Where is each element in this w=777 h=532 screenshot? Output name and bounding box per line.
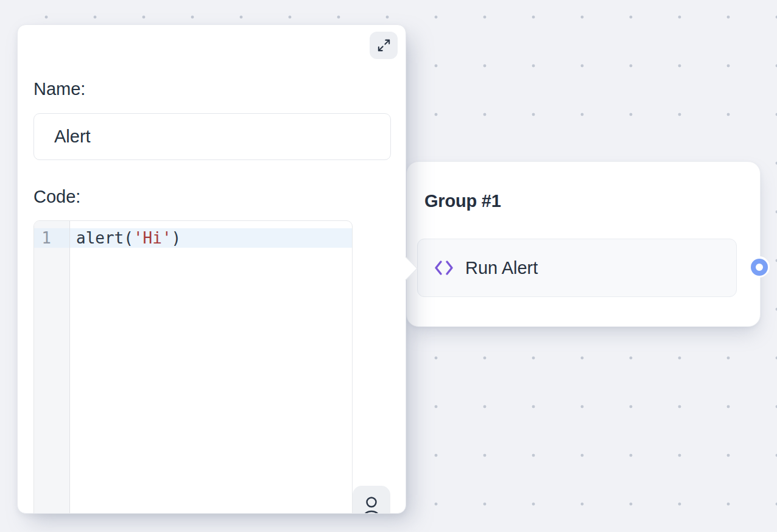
name-input[interactable]	[33, 113, 391, 160]
code-token-close: )	[172, 229, 181, 247]
run-alert-node-label: Run Alert	[465, 258, 538, 278]
expand-button[interactable]	[370, 32, 398, 59]
line-number: 1	[34, 228, 69, 248]
run-alert-node[interactable]: Run Alert	[417, 239, 737, 297]
code-token-string: 'Hi'	[133, 229, 172, 247]
code-token-function: alert(	[76, 229, 133, 247]
panel-content: Name: Code: 1 alert('Hi')	[18, 25, 406, 513]
expand-diagonal-icon	[377, 38, 391, 52]
code-label: Code:	[33, 187, 80, 207]
group-node-card[interactable]: Group #1 Run Alert	[406, 161, 761, 327]
user-button[interactable]	[353, 486, 390, 513]
node-editor-panel: Name: Code: 1 alert('Hi')	[17, 24, 406, 514]
name-label: Name:	[33, 79, 85, 99]
code-line[interactable]: alert('Hi')	[70, 228, 352, 248]
group-title: Group #1	[424, 191, 501, 211]
code-icon	[434, 259, 454, 276]
connection-handle[interactable]	[748, 256, 770, 278]
code-area[interactable]: alert('Hi')	[70, 221, 352, 248]
connection-handle-ring	[751, 259, 768, 276]
flow-canvas[interactable]: { "canvas": { "background": "#f1f2f6", "…	[0, 0, 777, 532]
person-icon	[361, 492, 382, 513]
code-editor[interactable]: 1 alert('Hi')	[33, 220, 353, 513]
line-number-gutter: 1	[34, 221, 70, 513]
